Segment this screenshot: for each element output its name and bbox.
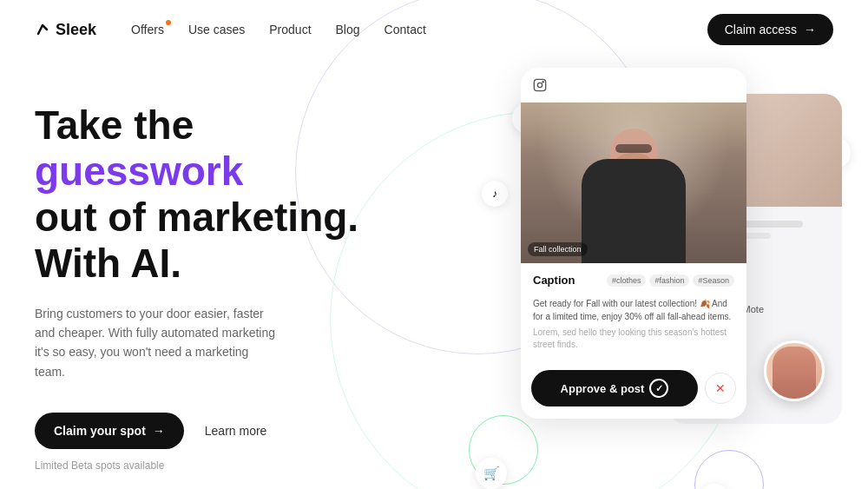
- card-footer: Approve & post ✓ ✕: [521, 361, 746, 419]
- claim-spot-button[interactable]: Claim your spot →: [35, 413, 184, 449]
- cart-icon: 🛒: [476, 458, 507, 489]
- nav-use-cases[interactable]: Use cases: [188, 23, 245, 36]
- approve-post-button[interactable]: Approve & post ✓: [531, 370, 698, 406]
- nav-contact[interactable]: Contact: [385, 23, 426, 36]
- user-icon: 👤: [699, 484, 730, 489]
- logo[interactable]: Sleek: [35, 21, 96, 39]
- nav-cta-area: Claim access →: [707, 14, 833, 45]
- caption-tags: #clothes #fashion #Season: [607, 274, 734, 287]
- caption-text-secondary: Lorem, sed hello they looking this seaso…: [533, 327, 734, 351]
- hero-actions: Claim your spot → Learn more: [35, 413, 365, 449]
- navbar: Sleek Offers Use cases Product Blog Cont…: [0, 0, 868, 59]
- avatar-person-shape: [773, 347, 816, 399]
- svg-point-1: [537, 83, 542, 87]
- hero-section: ✉ ◻ ♪ 🛒 👤 Take the guesswork out of mark…: [0, 59, 868, 489]
- learn-more-button[interactable]: Learn more: [205, 424, 267, 438]
- caption-label: Caption: [533, 274, 575, 287]
- nav-blog[interactable]: Blog: [336, 23, 360, 36]
- hero-title: Take the guesswork out of marketing.With…: [35, 102, 365, 287]
- offers-dot: [166, 20, 171, 25]
- svg-point-2: [542, 82, 543, 83]
- nav-offers[interactable]: Offers: [131, 23, 164, 36]
- deco-circle-4: [694, 450, 764, 489]
- beta-text: Limited Beta spots available: [35, 459, 365, 472]
- card-platform-icon: [533, 78, 547, 96]
- tag-fashion: #fashion: [649, 274, 689, 287]
- hero-subtitle: Bring customers to your door easier, fas…: [35, 304, 278, 382]
- hero-copy: Take the guesswork out of marketing.With…: [35, 76, 365, 472]
- caption-text: Get ready for Fall with our latest colle…: [533, 297, 734, 323]
- card-area: Fall collection Caption #clothes #fashio…: [521, 68, 816, 419]
- avatar: [764, 340, 825, 401]
- main-card: Fall collection Caption #clothes #fashio…: [521, 68, 746, 419]
- nav-product[interactable]: Product: [269, 23, 311, 36]
- person-body: [582, 159, 686, 263]
- claim-access-button[interactable]: Claim access →: [707, 14, 833, 45]
- reject-button[interactable]: ✕: [705, 373, 736, 404]
- card-header: [521, 68, 746, 102]
- tag-season: #Season: [693, 274, 734, 287]
- check-icon: ✓: [649, 379, 668, 398]
- person-bg: [521, 102, 746, 263]
- tiktok-icon: ♪: [482, 181, 508, 207]
- svg-rect-0: [534, 79, 545, 90]
- card-image: Fall collection: [521, 102, 746, 263]
- nav-links: Offers Use cases Product Blog Contact: [131, 23, 707, 36]
- fall-badge: Fall collection: [528, 242, 588, 256]
- tag-clothes: #clothes: [607, 274, 647, 287]
- card-body: Caption #clothes #fashion #Season Get re…: [521, 263, 746, 361]
